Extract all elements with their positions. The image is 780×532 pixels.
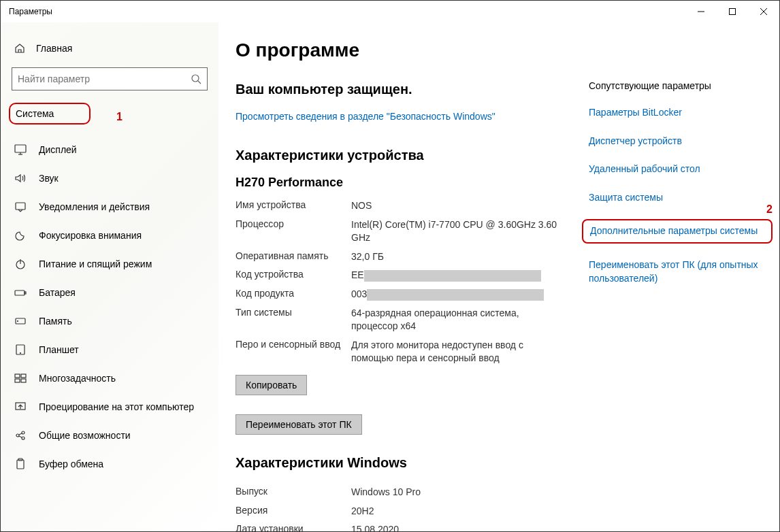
spec-label: Выпуск [235,486,351,499]
svg-rect-28 [17,460,24,469]
svg-point-17 [20,353,21,354]
sound-icon [14,172,27,184]
battery-icon [14,286,27,299]
spec-value: 64-разрядная операционная система, проце… [351,307,562,333]
svg-rect-6 [15,145,26,152]
maximize-button[interactable] [717,1,748,22]
sidebar-item-tablet[interactable]: Планшет [1,335,218,364]
minimize-button[interactable] [685,1,717,22]
sidebar-item-shared[interactable]: Общие возможности [1,421,218,450]
svg-rect-9 [16,203,25,210]
svg-rect-19 [21,374,26,378]
spec-row: Код устройстваEEx [235,266,562,285]
svg-point-25 [22,437,25,439]
spec-label: Код устройства [235,269,351,282]
window-title: Параметры [9,7,52,16]
svg-point-24 [22,431,25,434]
svg-rect-13 [25,292,26,294]
svg-point-23 [16,434,19,437]
svg-line-26 [19,433,22,435]
spec-label: Оперативная память [235,250,351,264]
copy-button[interactable]: Копировать [235,375,307,395]
sidebar-item-label: Буфер обмена [39,459,103,469]
related-link-2[interactable]: Удаленный рабочий стол [589,163,759,176]
related-panel: Сопутствующие параметры Параметры BitLoc… [589,39,759,531]
spec-value: EEx [351,269,562,282]
svg-point-4 [192,75,199,82]
svg-rect-20 [15,379,20,382]
sidebar-item-sound[interactable]: Звук [1,164,218,193]
close-button[interactable] [748,1,779,22]
page-title: О программе [235,39,562,61]
security-link[interactable]: Просмотреть сведения в разделе "Безопасн… [235,110,562,124]
focus-icon [14,229,27,242]
spec-label: Код продукта [235,288,351,301]
search-box[interactable] [12,67,208,90]
sidebar-item-notifications[interactable]: Уведомления и действия [1,193,218,221]
svg-rect-21 [21,379,26,382]
spec-label: Имя устройства [235,199,351,213]
device-name: H270 Performance [235,176,562,190]
sidebar-item-label: Многозадачность [39,373,116,384]
svg-rect-1 [730,9,736,15]
storage-icon [14,315,27,327]
sidebar-item-battery[interactable]: Батарея [1,278,218,307]
spec-row: ПроцессорIntel(R) Core(TM) i7-7700 CPU @… [235,216,562,248]
spec-row: Код продукта003x [235,285,562,304]
main-content: О программе Ваш компьютер защищен. Просм… [218,22,779,531]
spec-value: 32,0 ГБ [351,250,562,264]
spec-value: Windows 10 Pro [351,486,562,499]
annotation-1: 1 [116,111,123,123]
related-link-3[interactable]: Защита системы [589,191,759,205]
sidebar-item-label: Фокусировка внимания [39,230,142,241]
sidebar-item-label: Звук [39,173,59,184]
spec-label: Тип системы [235,307,351,333]
rename-button[interactable]: Переименовать этот ПК [235,414,362,435]
search-input[interactable] [18,73,191,84]
sidebar-item-label: Общие возможности [39,430,131,441]
spec-label: Процессор [235,218,351,245]
related-link-0[interactable]: Параметры BitLocker [589,106,759,120]
sidebar-item-clipboard[interactable]: Буфер обмена [1,450,218,478]
spec-value: Для этого монитора недоступен ввод с пом… [351,339,562,365]
titlebar: Параметры [1,1,779,22]
search-icon [191,73,201,84]
sidebar-item-project[interactable]: Проецирование на этот компьютер [1,393,218,421]
spec-label: Версия [235,505,351,518]
related-link-4[interactable]: Дополнительные параметры системы [582,219,773,244]
sidebar-item-storage[interactable]: Память [1,307,218,335]
sidebar-item-focus[interactable]: Фокусировка внимания [1,221,218,250]
annotation-2: 2 [766,203,773,216]
tablet-icon [14,344,27,356]
nav-list: ДисплейЗвукУведомления и действияФокусир… [1,135,218,478]
section-header-system[interactable]: Система [9,103,91,124]
spec-row: Тип системы64-разрядная операционная сис… [235,304,562,336]
spec-row: ВыпускWindows 10 Pro [235,483,562,502]
svg-rect-18 [15,374,20,378]
home-icon [14,43,25,54]
sidebar-item-display[interactable]: Дисплей [1,135,218,164]
shared-icon [14,429,27,442]
notifications-icon [14,201,27,213]
sidebar-item-multitask[interactable]: Многозадачность [1,364,218,393]
spec-label: Перо и сенсорный ввод [235,339,351,365]
sidebar-item-label: Питание и спящий режим [39,259,152,269]
related-link-5[interactable]: Переименовать этот ПК (для опытных польз… [589,259,759,285]
device-specs-table: Имя устройстваNOSПроцессорIntel(R) Core(… [235,197,562,368]
sidebar-item-label: Батарея [39,287,76,298]
sidebar-item-label: Дисплей [39,144,77,155]
related-link-1[interactable]: Диспетчер устройств [589,135,759,148]
home-link[interactable]: Главная [1,36,218,61]
spec-row: Перо и сенсорный вводДля этого монитора … [235,336,562,368]
related-heading: Сопутствующие параметры [589,80,759,91]
spec-value: 15.08.2020 [351,523,562,531]
sidebar-item-power[interactable]: Питание и спящий режим [1,250,218,278]
clipboard-icon [14,458,27,470]
project-icon [14,401,27,413]
svg-point-15 [18,321,18,322]
spec-value: NOS [351,199,562,213]
multitask-icon [14,372,27,384]
protected-heading: Ваш компьютер защищен. [235,82,562,97]
spec-row: Оперативная память32,0 ГБ [235,248,562,267]
svg-line-5 [198,81,201,84]
